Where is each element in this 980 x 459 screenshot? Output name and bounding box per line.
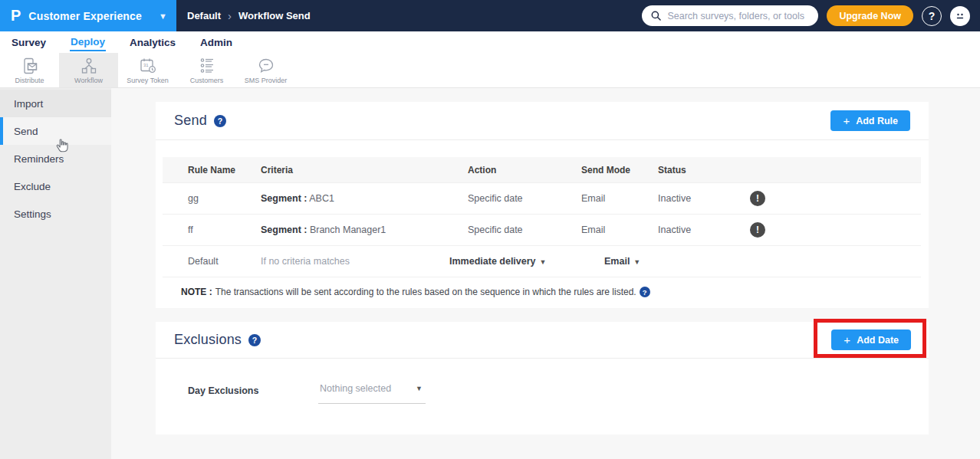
select-value: Nothing selected	[320, 383, 391, 394]
action-dropdown[interactable]: Immediate delivery▼	[449, 256, 581, 267]
rule-criteria: Segment : ABC1	[261, 193, 468, 204]
rule-name: gg	[188, 193, 261, 204]
topbar-actions: Upgrade Now ?	[642, 5, 980, 26]
product-name: Customer Experience	[28, 10, 159, 22]
questionpro-logo-icon: P	[11, 6, 21, 25]
rule-send-mode: Email	[581, 193, 658, 204]
rule-send-mode: Email	[581, 225, 658, 235]
sidebar-item-settings[interactable]: Settings	[0, 200, 111, 228]
col-criteria: Criteria	[261, 165, 468, 175]
tool-customers[interactable]: Customers	[177, 53, 236, 87]
customers-icon	[198, 57, 216, 75]
global-search[interactable]	[642, 5, 818, 26]
note-text: The transactions will be sent according …	[215, 287, 636, 297]
rule-name: Default	[188, 256, 261, 267]
tab-survey[interactable]: Survey	[11, 34, 47, 51]
rules-note: NOTE : The transactions will be sent acc…	[156, 277, 929, 308]
sidebar-item-reminders[interactable]: Reminders	[0, 145, 111, 172]
col-send-mode: Send Mode	[581, 165, 658, 175]
rule-status: Inactive	[658, 225, 750, 235]
table-row: ff Segment : Branch Manager1 Specific da…	[163, 215, 921, 246]
sidebar-item-import[interactable]: Import	[0, 90, 111, 117]
col-rule-name: Rule Name	[188, 165, 261, 175]
add-rule-button[interactable]: + Add Rule	[830, 110, 910, 131]
rule-criteria: If no criteria matches	[261, 256, 468, 267]
search-input[interactable]	[667, 11, 809, 21]
default-rule-row: Default If no criteria matches Immediate…	[163, 246, 921, 277]
sidebar-item-exclude[interactable]: Exclude	[0, 172, 111, 200]
add-date-button[interactable]: + Add Date	[831, 329, 911, 350]
upgrade-now-button[interactable]: Upgrade Now	[827, 5, 913, 26]
breadcrumb-current: Workflow Send	[238, 10, 311, 21]
chevron-down-icon: ▼	[416, 385, 423, 392]
search-icon	[651, 11, 661, 21]
alert-icon[interactable]: !	[750, 191, 765, 206]
tool-label: Distribute	[15, 77, 44, 84]
tool-label: SMS Provider	[245, 77, 288, 84]
survey-token-icon: 31	[139, 57, 157, 75]
tab-admin[interactable]: Admin	[199, 34, 233, 51]
face-icon	[954, 10, 966, 22]
chevron-down-icon: ▼	[159, 11, 167, 21]
plus-icon: +	[844, 334, 850, 346]
rule-name: ff	[188, 225, 261, 235]
rule-action: Specific date	[468, 225, 581, 235]
exclusions-card-header: Exclusions ? + Add Date	[156, 322, 929, 359]
tool-label: Workflow	[74, 77, 103, 84]
distribute-icon	[21, 57, 39, 75]
tab-deploy[interactable]: Deploy	[70, 34, 106, 51]
red-highlight-box: + Add Date	[814, 319, 926, 358]
send-title: Send	[174, 113, 207, 129]
tool-survey-token[interactable]: 31 Survey Token	[118, 53, 177, 87]
table-row: gg Segment : ABC1 Specific date Email In…	[163, 183, 921, 215]
col-status: Status	[658, 165, 750, 175]
plus-icon: +	[843, 115, 850, 126]
sms-provider-icon	[257, 57, 275, 75]
product-switcher[interactable]: P Customer Experience ▼	[0, 0, 176, 31]
top-navbar: P Customer Experience ▼ Default › Workfl…	[0, 0, 980, 31]
user-avatar[interactable]	[950, 6, 970, 26]
tool-sms-provider[interactable]: SMS Provider	[236, 53, 295, 87]
help-button[interactable]: ?	[922, 6, 942, 26]
add-rule-label: Add Rule	[856, 116, 898, 126]
send-card: Send ? + Add Rule Rule Name Criteria Act…	[156, 102, 929, 308]
rule-criteria: Segment : Branch Manager1	[261, 225, 468, 235]
workflow-icon	[80, 57, 98, 75]
tool-distribute[interactable]: Distribute	[0, 53, 59, 87]
day-exclusions-label: Day Exclusions	[188, 385, 318, 396]
tool-label: Survey Token	[127, 77, 168, 84]
module-nav: Survey Deploy Analytics Admin	[0, 31, 980, 53]
svg-text:31: 31	[143, 63, 149, 67]
add-date-label: Add Date	[857, 335, 899, 346]
send-card-header: Send ? + Add Rule	[156, 102, 929, 140]
day-exclusions-row: Day Exclusions Nothing selected ▼	[156, 359, 929, 434]
workflow-sidebar: Import Send Reminders Exclude Settings	[0, 88, 111, 459]
rule-status: Inactive	[658, 193, 750, 204]
send-mode-dropdown[interactable]: Email▼	[604, 256, 658, 267]
breadcrumb-parent[interactable]: Default	[187, 10, 221, 21]
deploy-toolbar: Distribute Workflow 31 Survey Token Cust…	[0, 53, 980, 88]
exclusions-card: Exclusions ? + Add Date Day Exclusions N…	[156, 322, 929, 434]
tool-workflow[interactable]: Workflow	[59, 53, 118, 87]
main-content: Send ? + Add Rule Rule Name Criteria Act…	[111, 88, 980, 459]
chevron-down-icon: ▼	[540, 258, 547, 266]
col-action: Action	[468, 165, 581, 175]
sidebar-item-send[interactable]: Send	[0, 117, 111, 145]
tab-analytics[interactable]: Analytics	[129, 34, 176, 51]
breadcrumb: Default › Workflow Send	[187, 9, 311, 22]
send-help-icon[interactable]: ?	[214, 115, 226, 127]
note-label: NOTE :	[181, 287, 212, 297]
exclusions-title: Exclusions	[174, 332, 242, 348]
rule-action: Specific date	[468, 193, 581, 204]
alert-icon[interactable]: !	[750, 222, 765, 238]
tool-label: Customers	[190, 77, 224, 84]
note-help-icon[interactable]: ?	[640, 287, 650, 297]
breadcrumb-separator-icon: ›	[228, 9, 232, 22]
day-exclusions-select[interactable]: Nothing selected ▼	[318, 383, 426, 404]
chevron-down-icon: ▼	[633, 258, 640, 266]
rules-table: Rule Name Criteria Action Send Mode Stat…	[163, 157, 921, 277]
rules-table-header: Rule Name Criteria Action Send Mode Stat…	[163, 157, 921, 183]
exclusions-help-icon[interactable]: ?	[248, 334, 261, 346]
